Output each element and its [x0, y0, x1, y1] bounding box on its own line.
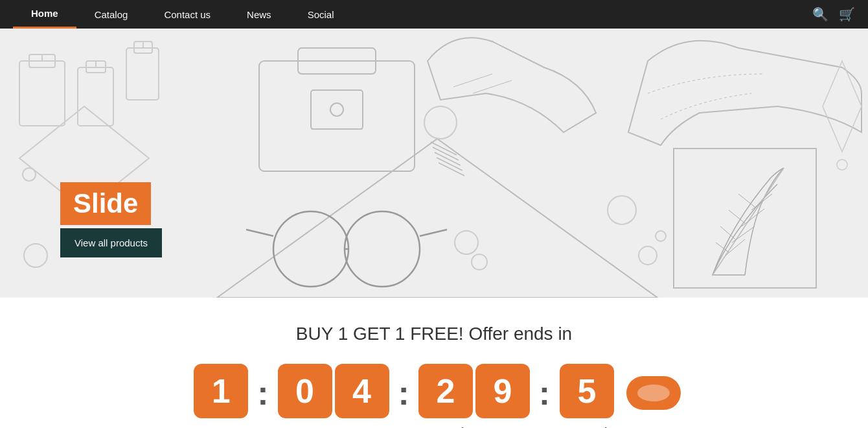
seconds-value: 5: [578, 374, 597, 408]
nav-icons: 🔍 🛒: [812, 6, 855, 22]
nav-item-home[interactable]: Home: [13, 0, 76, 29]
seconds-label: Seconds: [559, 425, 615, 428]
minutes-ones-digit: 9: [475, 364, 530, 418]
seconds-digit: 5: [560, 364, 614, 418]
hours-ones-digit: 4: [335, 364, 389, 418]
view-all-button[interactable]: View all products: [60, 228, 162, 257]
search-icon[interactable]: 🔍: [812, 6, 828, 22]
hours-label: Hours: [314, 425, 352, 428]
minutes-label: Minutes: [449, 425, 499, 428]
days-digit: 1: [194, 364, 248, 418]
navbar: Home Catalog Contact us News Social 🔍 🛒: [0, 0, 868, 29]
hero-banner: Slide View all products: [0, 29, 868, 298]
countdown-section: BUY 1 GET 1 FREE! Offer ends in 1 Days :…: [0, 298, 868, 428]
minutes-tens-digit: 2: [418, 364, 473, 418]
spinner-unit: [626, 376, 681, 428]
hours-digits: 0 4: [278, 364, 389, 418]
hours-tens-digit: 0: [278, 364, 332, 418]
minutes-digits: 2 9: [418, 364, 530, 418]
seconds-unit: 5 Seconds: [559, 364, 615, 428]
slide-label: Slide: [60, 182, 151, 225]
days-label: Days: [205, 425, 237, 428]
nav-item-contact[interactable]: Contact us: [146, 0, 229, 29]
colon-2: :: [398, 374, 409, 428]
nav-item-social[interactable]: Social: [290, 0, 352, 29]
colon-3: :: [539, 374, 550, 428]
days-unit: 1 Days: [194, 364, 248, 428]
nav-links: Home Catalog Contact us News Social: [13, 0, 812, 29]
countdown-row: 1 Days : 0 4 Hours : 2 9 Minutes : 5: [0, 364, 868, 428]
ellipse-icon: [637, 385, 670, 401]
nav-item-news[interactable]: News: [229, 0, 290, 29]
hours-unit: 0 4 Hours: [278, 364, 389, 428]
minutes-unit: 2 9 Minutes: [418, 364, 530, 428]
offer-text: BUY 1 GET 1 FREE! Offer ends in: [0, 324, 868, 344]
cart-icon[interactable]: 🛒: [839, 6, 855, 22]
spinner-block: [626, 376, 681, 410]
nav-item-catalog[interactable]: Catalog: [76, 0, 146, 29]
colon-1: :: [257, 374, 268, 428]
